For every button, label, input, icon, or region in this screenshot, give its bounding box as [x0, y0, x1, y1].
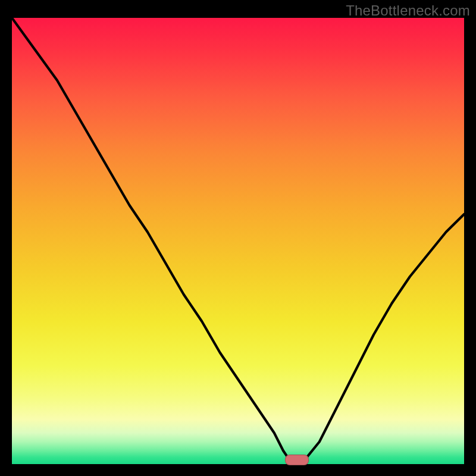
watermark-text: TheBottleneck.com [346, 2, 470, 19]
plot-area [12, 18, 464, 464]
optimal-marker [285, 455, 309, 465]
bottleneck-curve [12, 18, 464, 464]
chart-frame: TheBottleneck.com [0, 0, 476, 476]
